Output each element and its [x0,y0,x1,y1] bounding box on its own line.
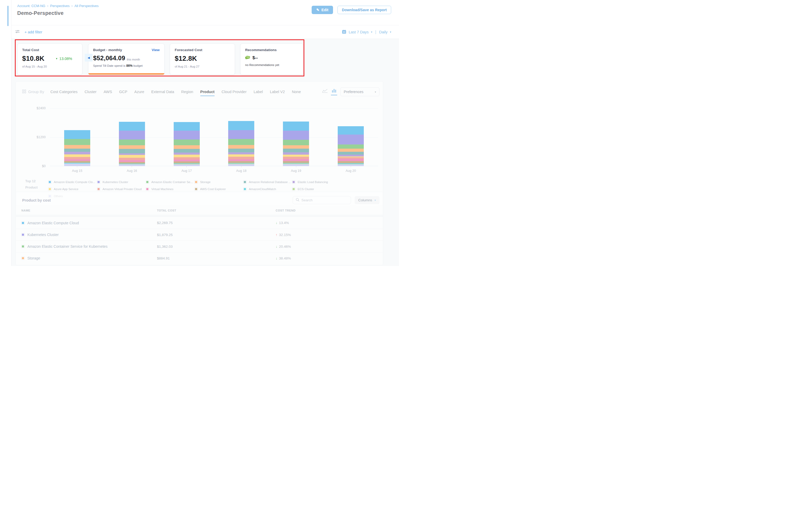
legend-item[interactable]: AmazonCloudWatch [243,185,292,192]
bar-segment[interactable] [283,157,309,159]
granularity-select[interactable]: Daily [379,30,387,34]
bar-segment[interactable] [119,149,145,153]
column-header-total-cost[interactable]: TOTAL COST [157,209,276,212]
bar-segment[interactable] [338,149,364,152]
breadcrumb-account[interactable]: Account: CCM-NG [17,4,45,8]
bar-segment[interactable] [64,159,90,161]
bar-segment[interactable] [174,149,200,153]
breadcrumb-all-perspectives[interactable]: All Perspectives [74,4,98,8]
legend-item[interactable]: ECS Cluster [292,185,341,192]
bar-segment[interactable] [338,152,364,155]
legend-item[interactable]: Elastic Load Balancing [292,178,341,185]
legend-item[interactable]: Amazon Virtual Private Cloud [97,185,146,192]
table-row[interactable]: Kubernetes Cluster$1,879.25↑32.15% [16,229,383,241]
stacked-bar-aug-18[interactable] [228,121,254,166]
legend-item[interactable]: Kubernetes Cluster [97,178,146,185]
group-by-tab-azure[interactable]: Azure [134,90,144,94]
budget-prev-button[interactable]: ◀ [85,54,93,61]
bar-segment[interactable] [119,145,145,149]
group-by-tab-aws[interactable]: AWS [103,90,112,94]
bar-segment[interactable] [283,159,309,161]
bar-segment[interactable] [64,130,90,139]
bar-segment[interactable] [338,145,364,149]
bar-segment[interactable] [64,154,90,157]
bar-segment[interactable] [174,159,200,162]
download-save-report-button[interactable]: Download/Save as Report [338,6,391,14]
bar-segment[interactable] [283,149,309,152]
group-by-tab-label[interactable]: Label [253,90,263,94]
group-by-tab-cluster[interactable]: Cluster [84,90,96,94]
legend-item[interactable]: Amazon Relational Database ... [243,178,292,185]
bar-segment[interactable] [228,164,254,166]
columns-dropdown-button[interactable]: Columns ▾ [355,196,379,204]
group-by-tab-none[interactable]: None [292,90,301,94]
stacked-bar-aug-19[interactable] [283,121,309,166]
bar-segment[interactable] [283,131,309,140]
legend-item[interactable]: Virtual Machines [146,185,194,192]
bar-segment[interactable] [283,161,309,163]
group-by-tab-region[interactable]: Region [181,90,193,94]
legend-item[interactable]: Amazon Elastic Compute Clo... [48,178,97,185]
group-by-tab-cloud-provider[interactable]: Cloud Provider [222,90,247,94]
bar-segment[interactable] [174,131,200,139]
bar-segment[interactable] [228,139,254,145]
bar-segment[interactable] [174,145,200,149]
stacked-bar-aug-15[interactable] [64,130,90,166]
column-header-name[interactable]: NAME [21,209,157,212]
table-row[interactable]: Amazon Elastic Container Service for Kub… [16,241,383,252]
bar-segment[interactable] [228,149,254,152]
bar-chart-toggle-icon[interactable] [331,89,337,95]
line-chart-toggle-icon[interactable] [322,89,328,95]
bar-segment[interactable] [119,155,145,158]
bar-segment[interactable] [64,164,90,166]
bar-segment[interactable] [174,153,200,155]
bar-segment[interactable] [228,152,254,154]
bar-segment[interactable] [174,155,200,157]
stacked-bar-aug-20[interactable] [338,126,364,166]
preferences-dropdown[interactable]: Preferences ▾ [340,87,379,96]
bar-segment[interactable] [64,149,90,152]
bar-segment[interactable] [64,139,90,145]
bar-segment[interactable] [338,159,364,161]
bar-segment[interactable] [283,145,309,149]
budget-view-link[interactable]: View [152,48,159,52]
add-filter-link[interactable]: + add filter [24,30,42,34]
bar-segment[interactable] [174,139,200,145]
breadcrumb-perspectives[interactable]: Perspectives [50,4,69,8]
legend-item[interactable]: Storage [194,178,243,185]
legend-item[interactable]: Amazon Elastic Container Se... [146,178,194,185]
edit-button[interactable]: ✎ Edit [312,6,333,14]
legend-item[interactable]: AWS Cost Explorer [194,185,243,192]
group-by-tab-gcp[interactable]: GCP [119,90,127,94]
bar-segment[interactable] [119,131,145,140]
group-by-tab-product[interactable]: Product [200,90,215,94]
bar-segment[interactable] [283,140,309,145]
bar-segment[interactable] [228,159,254,161]
bar-segment[interactable] [174,122,200,131]
bar-segment[interactable] [338,161,364,164]
bar-segment[interactable] [228,121,254,130]
bar-segment[interactable] [64,152,90,154]
bar-segment[interactable] [64,145,90,149]
search-box[interactable] [292,196,351,204]
bar-segment[interactable] [283,121,309,131]
bar-segment[interactable] [338,126,364,135]
group-by-tab-label-v2[interactable]: Label V2 [270,90,285,94]
table-row[interactable]: Storage$884.91↓38.48% [16,252,383,264]
stacked-bar-aug-16[interactable] [119,122,145,166]
bar-segment[interactable] [64,157,90,159]
bar-segment[interactable] [119,122,145,131]
group-by-tab-external-data[interactable]: External Data [151,90,174,94]
bar-segment[interactable] [228,157,254,159]
bar-segment[interactable] [119,158,145,160]
bar-segment[interactable] [283,152,309,154]
bar-segment[interactable] [174,164,200,166]
bar-segment[interactable] [228,154,254,157]
legend-item[interactable]: Azure App Service [48,185,97,192]
bar-segment[interactable] [228,130,254,139]
column-header-cost-trend[interactable]: COST TREND [276,209,377,212]
bar-segment[interactable] [338,135,364,145]
date-range-select[interactable]: Last 7 Days [349,30,369,34]
bar-segment[interactable] [228,145,254,149]
bar-segment[interactable] [119,139,145,145]
